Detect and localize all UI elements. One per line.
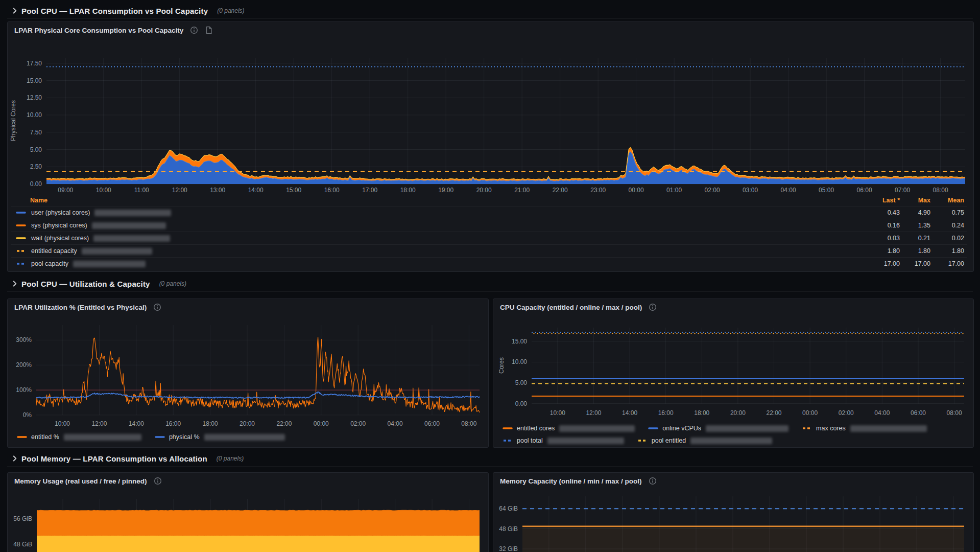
series-color-marker-icon [637, 438, 648, 443]
legend-series-label[interactable]: entitled % [31, 433, 59, 441]
legend-calc-column-header[interactable]: Mean [930, 197, 964, 204]
svg-text:48 GiB: 48 GiB [13, 541, 32, 548]
legend-row: entitled coresonline vCPUsmax cores [503, 423, 927, 434]
svg-text:200%: 200% [16, 361, 32, 369]
svg-text:20:00: 20:00 [730, 409, 746, 417]
panel-title[interactable]: CPU Capacity (entitled / online / max / … [500, 304, 642, 311]
svg-text:08:00: 08:00 [461, 420, 476, 427]
redacted-text [82, 248, 152, 255]
panel-title[interactable]: LPAR Utilization % (Entitled vs Physical… [14, 304, 147, 311]
legend-series-label[interactable]: max cores [816, 425, 846, 432]
section-row-pool-cpu-consumption[interactable]: Pool CPU — LPAR Consumption vs Pool Capa… [7, 3, 973, 19]
svg-text:32 GiB: 32 GiB [499, 545, 518, 552]
legend-calc-column-header[interactable]: Last * [861, 197, 900, 204]
legend-series-value: 0.21 [900, 235, 930, 242]
panel-title[interactable]: Memory Capacity (online / min / max / po… [500, 477, 642, 485]
legend-item: pool entitled [637, 437, 772, 444]
redacted-text [706, 425, 788, 432]
redacted-text [204, 434, 285, 441]
section-row-pool-cpu-utilization[interactable]: Pool CPU — Utilization & Capacity (0 pan… [7, 276, 973, 292]
legend-series-label[interactable]: entitled capacity [31, 247, 77, 255]
svg-text:0.00: 0.00 [515, 400, 528, 407]
svg-text:01:00: 01:00 [666, 187, 682, 194]
memory-usage-chart[interactable]: 56 GiB48 GiB [9, 489, 484, 552]
info-icon[interactable] [649, 303, 657, 311]
legend-series-label[interactable]: physical % [169, 433, 200, 441]
svg-text:22:00: 22:00 [767, 409, 782, 417]
svg-text:18:00: 18:00 [400, 187, 416, 194]
svg-text:5.00: 5.00 [30, 146, 42, 153]
svg-text:5.00: 5.00 [515, 379, 528, 386]
legend-series-value: 1.35 [900, 222, 930, 229]
legend-item: entitled cores [503, 425, 635, 432]
series-color-marker-icon [155, 434, 165, 440]
svg-text:13:00: 13:00 [210, 187, 225, 194]
series-color-marker-icon [16, 210, 26, 215]
memory-capacity-chart[interactable]: 64 GiB48 GiB32 GiB [499, 486, 971, 552]
legend-series-label[interactable]: wait (physical cores) [31, 235, 89, 242]
chevron-right-icon [10, 279, 19, 288]
legend-series-label[interactable]: online vCPUs [662, 425, 701, 432]
legend-series-label[interactable]: pool total [517, 437, 543, 444]
svg-text:14:00: 14:00 [248, 187, 264, 194]
legend-item: pool total [503, 437, 624, 444]
series-color-marker-icon [648, 426, 658, 431]
series-color-marker-icon [503, 426, 513, 431]
legend-series-label[interactable]: user (physical cores) [31, 209, 90, 216]
info-icon[interactable] [154, 477, 162, 485]
svg-text:10:00: 10:00 [96, 187, 111, 194]
legend-item: online vCPUs [648, 425, 788, 432]
info-icon[interactable] [190, 26, 198, 34]
legend-item: max cores [802, 425, 927, 432]
legend-name-column-header[interactable]: Name [30, 197, 47, 204]
svg-text:10.00: 10.00 [512, 358, 527, 365]
legend-series-label[interactable]: sys (physical cores) [31, 222, 87, 229]
legend-series-row: wait (physical cores)0.030.210.02 [11, 232, 967, 244]
section-title: Pool Memory — LPAR Consumption vs Alloca… [21, 454, 207, 463]
legend-series-label[interactable]: pool entitled [652, 437, 686, 444]
svg-text:64 GiB: 64 GiB [499, 505, 518, 512]
svg-text:14:00: 14:00 [129, 420, 144, 427]
svg-text:02:00: 02:00 [350, 420, 366, 427]
legend-series-label[interactable]: entitled cores [517, 425, 555, 432]
svg-text:06:00: 06:00 [857, 187, 872, 194]
svg-text:16:00: 16:00 [658, 409, 674, 417]
panel-title[interactable]: Memory Usage (real used / free / pinned) [14, 477, 147, 485]
cpu-capacity-chart[interactable]: 0.005.0010.0015.0010:0012:0014:0016:0018… [499, 312, 971, 424]
redacted-text [73, 261, 146, 267]
svg-text:00:00: 00:00 [802, 409, 818, 417]
legend-table: NameLast *MaxMeanuser (physical cores)0.… [11, 195, 967, 270]
redacted-text [92, 222, 166, 229]
info-icon[interactable] [649, 477, 657, 485]
svg-text:08:00: 08:00 [933, 187, 948, 194]
utilization-chart[interactable]: 0%100%200%300%10:0012:0014:0016:0018:002… [9, 312, 484, 433]
chevron-right-icon [10, 6, 19, 15]
legend-series-value: 0.03 [861, 235, 900, 242]
core-consumption-chart[interactable]: 0.002.505.007.5010.0012.5015.0017.5009:0… [9, 43, 972, 196]
redacted-text [547, 438, 624, 444]
panel-description-icon[interactable] [205, 26, 213, 34]
legend-series-value: 1.80 [900, 247, 930, 255]
svg-text:100%: 100% [16, 386, 32, 394]
series-color-marker-icon [17, 434, 27, 440]
legend-series-value: 17.00 [930, 260, 964, 267]
section-panel-count: (0 panels) [159, 280, 186, 287]
panel-cpu-capacity: CPU Capacity (entitled / online / max / … [493, 298, 974, 448]
svg-text:17.50: 17.50 [27, 60, 42, 67]
section-row-pool-memory[interactable]: Pool Memory — LPAR Consumption vs Alloca… [7, 451, 973, 467]
legend-series-row: pool capacity17.0017.0017.00 [11, 257, 967, 270]
svg-text:07:00: 07:00 [895, 187, 910, 194]
svg-text:02:00: 02:00 [705, 187, 720, 194]
info-icon[interactable] [153, 303, 161, 311]
panel-title[interactable]: LPAR Physical Core Consumption vs Pool C… [14, 27, 183, 34]
svg-text:20:00: 20:00 [240, 420, 255, 427]
series-color-marker-icon [802, 426, 812, 431]
series-color-marker-icon [503, 438, 513, 443]
series-color-marker-icon [16, 236, 26, 241]
svg-text:08:00: 08:00 [947, 409, 962, 417]
legend-series-label[interactable]: pool capacity [31, 260, 68, 267]
legend-series-value: 4.90 [900, 209, 930, 216]
legend-calc-column-header[interactable]: Max [900, 197, 930, 204]
svg-text:05:00: 05:00 [819, 187, 834, 194]
svg-text:0%: 0% [23, 411, 32, 419]
